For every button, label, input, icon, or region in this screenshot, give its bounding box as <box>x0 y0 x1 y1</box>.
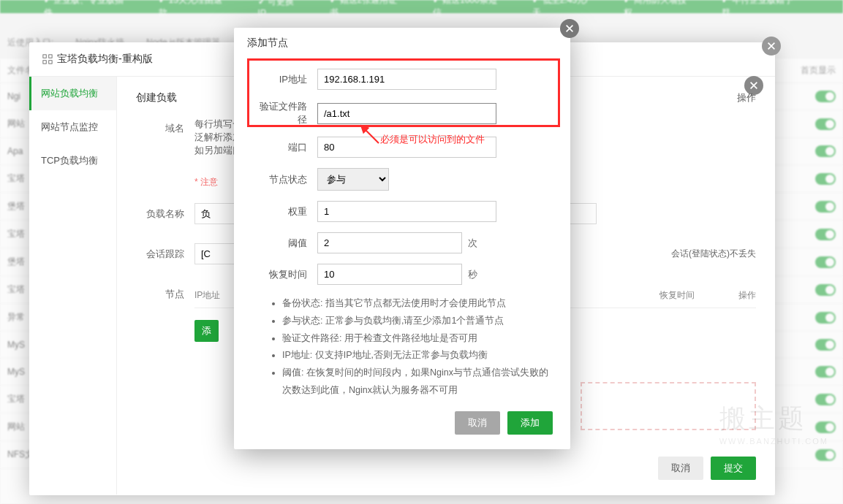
weight-label: 权重 <box>252 205 317 218</box>
panel-sidebar: 网站负载均衡 网站节点监控 TCP负载均衡 <box>29 77 117 495</box>
add-button[interactable]: 添加 <box>507 411 553 435</box>
verify-path-input[interactable] <box>317 103 496 124</box>
status-select[interactable]: 参与 <box>317 168 389 191</box>
hint-item: 参与状态: 正常参与负载均衡,请至少添加1个普通节点 <box>282 313 553 330</box>
port-label: 端口 <box>252 141 317 154</box>
dialog-title: 添加节点 <box>234 28 570 58</box>
ribbon-item: 企业版、专业版插件 <box>44 0 129 19</box>
ribbon-item: 低至2.45元/天 <box>532 0 594 19</box>
close-icon[interactable] <box>560 19 579 38</box>
ribbon-item: 年付企业版赠予群 <box>722 0 799 19</box>
ribbon-item: 可更换IP <box>258 0 301 18</box>
cancel-button[interactable]: 取消 <box>455 411 500 435</box>
domain-label: 域名 <box>136 118 194 135</box>
hint-item: 备份状态: 指当其它节点都无法使用时才会使用此节点 <box>282 295 553 313</box>
port-input[interactable] <box>317 137 496 158</box>
svg-rect-2 <box>43 61 46 64</box>
node-col-op: 操作 <box>738 289 756 302</box>
svg-rect-0 <box>43 55 46 58</box>
ribbon-item: 商用防火墙授权 <box>624 0 692 19</box>
sidebar-item-web-lb[interactable]: 网站负载均衡 <box>29 77 116 110</box>
ip-label: IP地址 <box>252 73 317 86</box>
threshold-label: 阈值 <box>252 237 317 250</box>
watermark: 搬主题 WWW.BANZHUTI.COM <box>719 401 828 446</box>
hint-item: 验证文件路径: 用于检查文件路径地址是否可用 <box>282 330 553 348</box>
op-header: 操作 <box>737 91 756 104</box>
hint-list: 备份状态: 指当其它节点都无法使用时才会使用此节点 参与状态: 正常参与负载均衡… <box>252 295 553 400</box>
app-icon <box>42 54 53 64</box>
session-hint: 会话(登陆状态)不丢失 <box>671 248 756 260</box>
sidebar-item-tcp-lb[interactable]: TCP负载均衡 <box>29 144 116 177</box>
session-label: 会话跟踪 <box>136 243 194 261</box>
verify-path-label: 验证文件路径 <box>252 100 317 126</box>
node-col-recover: 恢复时间 <box>659 289 695 302</box>
load-name-label: 负载名称 <box>136 203 194 221</box>
recover-input[interactable] <box>317 264 462 285</box>
cancel-button[interactable]: 取消 <box>658 457 703 480</box>
ribbon-item: 赠送2张通用证书 <box>330 0 403 19</box>
recover-label: 恢复时间 <box>252 268 317 281</box>
submit-button[interactable]: 提交 <box>711 457 756 480</box>
threshold-input[interactable] <box>317 232 462 253</box>
add-node-dialog: 添加节点 必须是可以访问到的文件 IP地址 验证文件路径 端口 节点状态 参与 … <box>234 28 570 449</box>
hint-item: IP地址: 仅支持IP地址,否则无法正常参与负载均衡 <box>282 347 553 364</box>
node-label: 节点 <box>136 283 194 301</box>
ip-input[interactable] <box>317 69 496 90</box>
ribbon-item: 15天无理由退款 <box>159 0 228 19</box>
add-node-hint-button[interactable]: 添 <box>194 320 219 342</box>
close-icon[interactable] <box>762 37 781 56</box>
ribbon-item: 赠送1000条短信 <box>433 0 504 19</box>
svg-rect-1 <box>49 55 52 58</box>
weight-input[interactable] <box>317 201 496 222</box>
svg-rect-3 <box>49 61 52 64</box>
recover-unit: 秒 <box>468 268 477 281</box>
sidebar-item-node-monitor[interactable]: 网站节点监控 <box>29 110 116 144</box>
promo-ribbon: 企业版、专业版插件 15天无理由退款 可更换IP 赠送2张通用证书 赠送1000… <box>0 0 843 13</box>
hint-item: 阈值: 在恢复时间的时间段内，如果Nginx与节点通信尝试失败的次数达到此值，N… <box>282 364 553 400</box>
threshold-unit: 次 <box>468 237 477 250</box>
status-label: 节点状态 <box>252 173 317 186</box>
session-input[interactable] <box>194 243 238 264</box>
